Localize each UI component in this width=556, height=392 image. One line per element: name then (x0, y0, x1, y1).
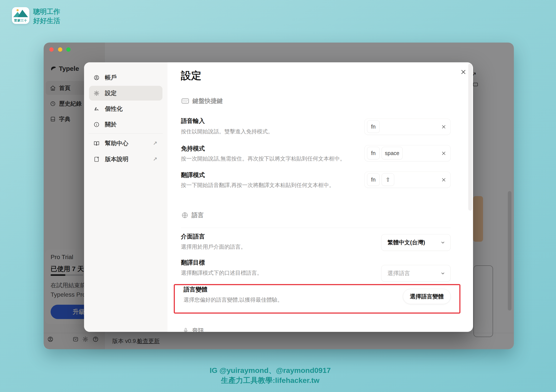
sidebar-divider (89, 133, 163, 134)
page-footer: IG @yuiraymond、@raymond0917 生產力工具教學:life… (0, 365, 540, 385)
section-divider (181, 228, 451, 228)
microphone-icon (183, 328, 188, 332)
close-window-button[interactable] (49, 47, 54, 52)
sidebar-item-label: 關於 (105, 121, 117, 128)
sidebar-item-personalization[interactable]: 個性化 (89, 102, 162, 116)
keycap: fn (367, 173, 380, 186)
key-combo: fn (367, 120, 380, 133)
shortcut-field-voice-input[interactable]: fn (364, 119, 451, 135)
sidebar-item-settings[interactable]: 設定 (89, 86, 162, 100)
key-combo: fn space (367, 147, 403, 159)
row-description: 按住以開始說話。雙擊進入免持模式。 (181, 128, 273, 135)
sidebar-item-label: 版本說明 (105, 155, 128, 163)
footer-line1: IG @yuiraymond、@raymond0917 (0, 365, 540, 375)
row-title: 介面語言 (181, 233, 205, 240)
release-notes-icon (94, 156, 100, 162)
keycap: space (382, 147, 403, 159)
keycap: fn (367, 147, 380, 159)
clear-shortcut-icon[interactable] (441, 124, 446, 129)
row-title: 語言變體 (184, 285, 208, 293)
settings-sidebar: 帳戶 設定 個性化 關於 (84, 62, 167, 332)
chevron-down-icon (440, 240, 445, 245)
info-icon (94, 122, 100, 128)
external-link-icon: ↗ (153, 156, 157, 162)
clear-shortcut-icon[interactable] (441, 151, 446, 156)
sidebar-item-about[interactable]: 關於 (89, 117, 162, 132)
brand-logo: 雷蒙三十 (12, 7, 29, 24)
gear-icon (94, 90, 100, 96)
section-language: 語言 (182, 211, 204, 219)
sidebar-item-account[interactable]: 帳戶 (89, 70, 162, 85)
sidebar-item-help-center[interactable]: 幫助中心 ↗ (89, 136, 162, 151)
brand-tagline: 聰明工作 好好生活 (33, 7, 60, 25)
brand-logo-name: 雷蒙三十 (12, 19, 29, 23)
close-icon (460, 69, 466, 75)
signature-icon (94, 106, 100, 112)
section-label: 鍵盤快捷鍵 (193, 97, 223, 105)
keycap: fn (367, 120, 380, 133)
choose-language-variant-button[interactable]: 選擇語言變體 (403, 289, 451, 304)
minimize-window-button[interactable] (58, 47, 62, 52)
keyboard-icon (182, 98, 189, 104)
brand-tagline-line2: 好好生活 (33, 16, 60, 25)
row-title: 翻譯模式 (181, 171, 205, 179)
sidebar-item-label: 幫助中心 (105, 139, 128, 147)
translation-target-dropdown[interactable]: 選擇語言 (381, 265, 451, 282)
section-keyboard-shortcuts: 鍵盤快捷鍵 (182, 97, 223, 105)
dropdown-value: 繁體中文(台灣) (387, 239, 425, 246)
clear-shortcut-icon[interactable] (441, 177, 446, 182)
sidebar-item-label: 帳戶 (105, 74, 117, 81)
settings-modal: 帳戶 設定 個性化 關於 (84, 62, 473, 332)
row-description: 按一下開始語音翻譯,再按一次將翻譯文本粘貼到任何文本框中。 (181, 182, 334, 189)
row-title: 免持模式 (181, 145, 205, 153)
shortcut-field-handsfree[interactable]: fn space (364, 145, 451, 161)
modal-scrollbar[interactable] (468, 63, 472, 211)
row-description: 選擇翻譯模式下的口述目標語言。 (181, 269, 262, 277)
section-label: 語言 (192, 211, 204, 219)
sidebar-item-label: 個性化 (105, 105, 123, 113)
globe-icon (182, 212, 188, 218)
shift-keycap: ⇧ (382, 173, 394, 186)
shortcut-field-translate[interactable]: fn ⇧ (364, 172, 451, 188)
footer-line2: 生產力工具教學:lifehacker.tw (0, 375, 540, 385)
user-circle-icon (94, 75, 100, 81)
mountain-sun-icon (12, 7, 29, 19)
brand-header: 雷蒙三十 聰明工作 好好生活 (12, 7, 60, 25)
modal-title: 設定 (181, 69, 201, 83)
section-audio: 音訊 (183, 327, 204, 332)
screen: 雷蒙三十 聰明工作 好好生活 Typele 首頁 歷史紀錄 (0, 0, 556, 392)
row-description: 按一次開始說話,無需按住。再次按下以將文字粘貼到任何文本框中。 (181, 155, 345, 162)
sidebar-item-release-notes[interactable]: 版本說明 ↗ (89, 152, 162, 166)
row-description: 選擇您偏好的語言變體,以獲得最佳體驗。 (184, 296, 283, 303)
row-title: 翻譯目標 (181, 259, 205, 267)
zoom-window-button[interactable] (66, 47, 70, 52)
dropdown-placeholder: 選擇語言 (387, 269, 410, 277)
row-description: 選擇用於用戶介面的語言。 (181, 243, 246, 250)
brand-tagline-line1: 聰明工作 (33, 7, 60, 16)
external-link-icon: ↗ (153, 140, 157, 146)
sidebar-item-label: 設定 (105, 89, 117, 97)
book-open-icon (94, 140, 100, 146)
section-label: 音訊 (192, 327, 204, 332)
chevron-down-icon (440, 271, 445, 276)
row-title: 語音輸入 (181, 117, 205, 125)
close-button[interactable] (458, 66, 469, 77)
key-combo: fn ⇧ (367, 173, 394, 186)
interface-language-dropdown[interactable]: 繁體中文(台灣) (381, 234, 451, 251)
